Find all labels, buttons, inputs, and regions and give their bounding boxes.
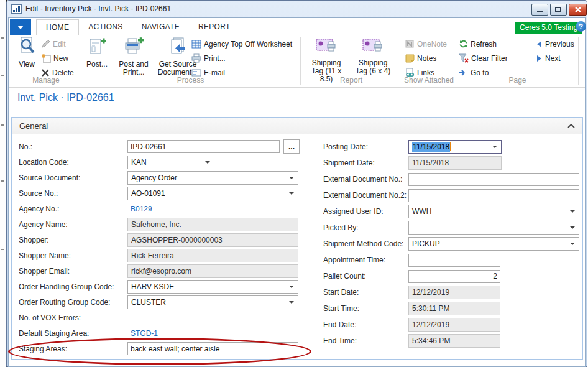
group-separator [454,37,454,85]
chevron-down-icon [17,26,24,29]
agency-name-field: Safehome, Inc. [127,218,298,231]
shopper-field: AGSHOPPER-0000000003 [127,233,298,247]
assist-edit-button[interactable]: ... [283,139,300,154]
field-row-picked-by: Picked By: [323,220,579,236]
maximize-button[interactable] [550,4,567,16]
default-staging-area-link[interactable]: STGD-1 [127,329,158,338]
tab-report[interactable]: REPORT [189,19,240,35]
pallet-count-input[interactable] [408,270,500,283]
order-routing-group-dropdown[interactable]: CLUSTER [127,295,298,309]
new-button[interactable]: New [41,51,74,65]
page-buttons-column1: Refresh Clear Filter Go to [459,37,508,80]
minimize-icon [537,7,543,12]
manage-small-buttons: Edit New Delete [41,37,74,80]
tab-actions[interactable]: ACTIONS [79,19,132,35]
print-button[interactable]: Print... [191,51,292,65]
group-label-report: Report [302,76,400,85]
picked-by-dropdown[interactable] [408,221,579,235]
dropdown-arrow-icon [289,177,294,179]
background-text-fragment [1,37,4,39]
app-chart-icon [11,4,22,14]
tab-navigate[interactable]: NAVIGATE [132,19,189,35]
post-button[interactable]: Post... [83,37,111,77]
field-row-order-handling-group: Order Handling Group Code: HARV KSDE [19,279,300,294]
next-button[interactable]: Next [536,51,574,65]
previous-button[interactable]: Previous [536,37,574,51]
group-label-show-attached: Show Attached [399,76,459,85]
post-and-print-button[interactable]: Post and Print... [116,37,152,77]
source-document-dropdown[interactable]: Agency Order [127,171,298,185]
source-no-dropdown[interactable]: AO-01091 [127,187,298,200]
dropdown-arrow-icon [570,243,575,245]
process-small-buttons: Agency Top Off Worksheet Print... E-mail [191,37,292,80]
shipping-tag-report-icon [315,37,338,57]
dropdown-arrow-icon [570,210,575,213]
window-title: Edit - Inventory Pick - Invt. Pick · IPD… [25,4,171,13]
group-separator [578,37,579,85]
background-text-fragment [1,75,4,76]
shipping-tag-report-icon [362,37,384,57]
field-row-start-date: Start Date: 12/12/2019 [323,284,579,300]
location-code-dropdown[interactable]: KAN [127,156,214,169]
field-row-posting-date: Posting Date: 11/15/2018 [323,139,579,155]
assigned-user-id-dropdown[interactable]: WWH [408,205,579,218]
shipment-date-field: 11/15/2018 [408,156,502,170]
dropdown-arrow-icon [492,146,497,148]
onenote-button: OneNote [405,37,447,51]
maximize-icon [555,7,562,12]
clear-filter-button[interactable]: Clear Filter [459,51,508,65]
group-separator [300,37,301,85]
no-input[interactable] [127,140,280,153]
field-row-staging-areas: Staging Areas: [19,341,300,356]
end-time-field: 5:34:46 PM [408,334,500,348]
agency-top-off-worksheet-button[interactable]: Agency Top Off Worksheet [191,37,292,51]
form-left-column: No.: ... Location Code: KAN Source Docum… [19,139,300,356]
order-handling-group-dropdown[interactable]: HARV KSDE [127,280,298,294]
staging-areas-input[interactable] [127,342,298,355]
dropdown-arrow-icon [289,192,294,195]
minimize-button[interactable] [531,4,548,16]
tab-home[interactable]: HOME [36,19,79,35]
field-row-shopper: Shopper: AGSHOPPER-0000000003 [19,232,300,248]
show-attached-buttons: OneNote Notes Links [405,37,447,80]
ribbon-tabs: HOME ACTIONS NAVIGATE REPORT [36,19,240,35]
field-row-external-doc-no: External Document No.: [323,171,579,187]
posting-date-dropdown[interactable]: 11/15/2018 [408,140,502,154]
refresh-button[interactable]: Refresh [459,37,508,51]
start-time-field: 5:30:11 PM [408,302,500,315]
field-row-agency-name: Agency Name: Safehome, Inc. [19,216,300,232]
environment-badge: Ceres 5.0 Testing [515,22,582,34]
dropdown-arrow-icon [205,161,210,164]
shipment-method-code-dropdown[interactable]: PICKUP [408,237,579,251]
field-row-shipment-method-code: Shipment Method Code: PICKUP [323,236,579,252]
source-documents-icon [168,37,188,58]
external-document-no-input[interactable] [408,173,579,186]
post-document-icon [87,37,107,58]
end-date-field: 12/12/2019 [408,318,500,332]
previous-triangle-icon [536,40,543,48]
view-button[interactable]: View [14,37,40,68]
field-row-vox-errors: No. of VOX Errors: [19,310,300,325]
sticky-note-icon [405,53,415,63]
close-button[interactable] [569,4,587,16]
dropdown-arrow-icon [289,286,294,288]
start-date-field: 12/12/2019 [408,286,500,299]
external-document-no2-input[interactable] [408,189,579,202]
field-row-shopper-name: Shopper Name: Rick Ferreira [19,248,300,263]
field-row-end-time: End Time: 5:34:46 PM [323,333,579,349]
application-menu-button[interactable] [10,19,31,35]
agency-no-link[interactable]: B0129 [127,205,152,213]
ribbon-bottom-divider [9,87,585,88]
form-right-column: Posting Date: 11/15/2018 Shipment Date: … [323,139,579,349]
appointment-time-input[interactable] [408,254,500,267]
field-row-external-doc-no2: External Document No.2: [323,187,579,203]
help-button[interactable]: ? [576,21,586,32]
dropdown-arrow-icon [289,301,294,304]
envelope-icon [191,69,201,77]
group-label-process: Process [83,76,298,85]
printer-plus-icon [123,37,144,58]
worksheet-grid-icon [191,40,201,49]
notes-button[interactable]: Notes [405,51,447,65]
page-title: Invt. Pick · IPD-02661 [17,92,114,103]
general-fasttab-header[interactable]: General [12,118,582,134]
